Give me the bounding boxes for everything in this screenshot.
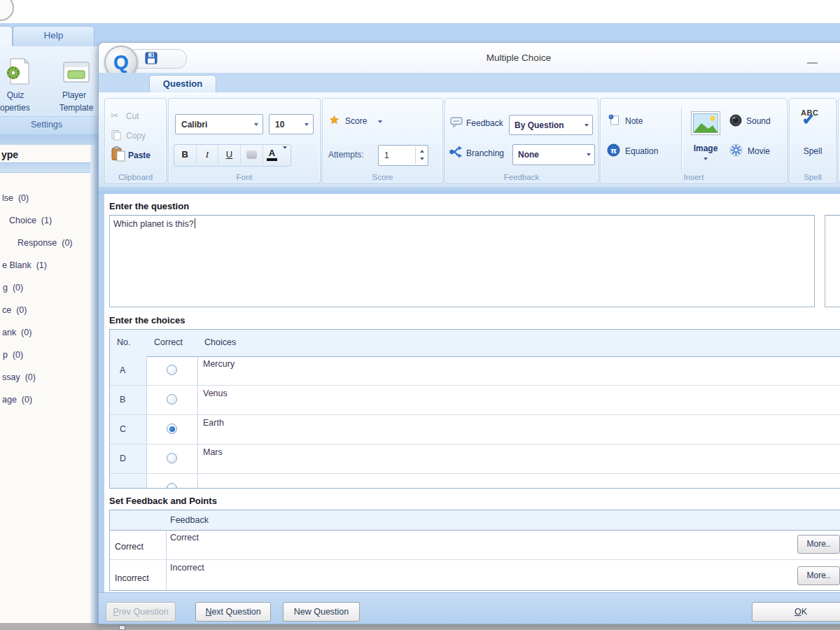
choice-text[interactable]: Venus [203, 388, 227, 398]
copy-label: Copy [126, 131, 146, 141]
font-color-dropdown-icon[interactable] [283, 146, 287, 149]
font-group-label: Font [169, 173, 320, 181]
image-dropdown-icon[interactable] [704, 158, 708, 160]
choice-text[interactable]: Mercury [203, 359, 234, 369]
app-orb-partial[interactable] [0, 0, 14, 21]
ok-button[interactable]: OK [752, 602, 840, 622]
highlight-button[interactable] [241, 145, 263, 164]
attempts-up-icon[interactable] [420, 150, 424, 153]
score-group-label: Score [323, 173, 442, 181]
score-dropdown-icon [378, 120, 382, 123]
highlight-icon [246, 150, 257, 159]
tab-help[interactable]: Help [13, 26, 94, 46]
question-type-item[interactable]: ank (0) [2, 328, 31, 337]
spell-group-label: Spell [790, 173, 836, 181]
choice-radio[interactable] [167, 394, 177, 405]
paste-icon [111, 146, 125, 162]
question-text-field[interactable]: Which planet is this? [109, 215, 815, 307]
feedback-mode-value: By Question [514, 120, 564, 130]
ribbon-group-feedback: Feedback By Question Branching None [444, 98, 598, 183]
equation-button[interactable]: π Equation [607, 144, 673, 159]
more-button[interactable]: More.. [797, 535, 840, 554]
score-dropdown-button[interactable]: ★ Score [329, 114, 399, 130]
choice-text[interactable]: Mars [203, 447, 223, 457]
spell-label: Spell [790, 146, 836, 156]
choice-radio[interactable] [167, 453, 177, 463]
dialog-footer: Prev Question Next Question New Question… [99, 592, 840, 624]
question-type-item[interactable]: lse (0) [2, 193, 29, 203]
new-question-button[interactable]: New Question [283, 602, 360, 622]
underline-button[interactable]: U [218, 145, 241, 164]
image-label: Image [687, 144, 724, 153]
cut-label: Cut [126, 111, 139, 121]
choice-text[interactable]: Earth [203, 418, 224, 428]
feedback-row-text[interactable]: Incorrect [170, 563, 204, 573]
question-type-item[interactable]: g (0) [3, 283, 23, 293]
copy-button[interactable]: Copy [111, 130, 160, 142]
question-type-item[interactable]: p (0) [3, 350, 23, 360]
branching-value: None [518, 150, 539, 160]
bold-button[interactable]: B [174, 145, 197, 164]
next-question-button[interactable]: Next Question [195, 602, 271, 622]
feedback-row-name: Correct [115, 542, 144, 552]
choice-radio[interactable] [167, 483, 177, 489]
sound-button[interactable]: Sound [729, 114, 784, 128]
italic-button[interactable]: I [197, 145, 219, 164]
choice-no-cell [110, 474, 147, 489]
choice-radio-selected[interactable] [167, 424, 177, 434]
note-icon [608, 114, 620, 126]
movie-button[interactable]: Movie [729, 144, 784, 159]
dialog-left-margin [99, 194, 104, 592]
font-family-value: Calibri [181, 120, 207, 130]
feedback-row-text[interactable]: Correct [170, 533, 199, 542]
choices-table: No. Correct Choices A Mercury B Venus [109, 329, 840, 489]
cut-button[interactable]: ✂ Cut [111, 110, 160, 122]
branching-button-label[interactable]: Branching [466, 148, 504, 158]
more-button[interactable]: More.. [797, 566, 840, 585]
question-type-item[interactable]: Response (0) [18, 238, 73, 248]
paste-button[interactable]: Paste [111, 146, 161, 164]
player-template-button[interactable]: Player Template [56, 56, 98, 115]
main-tab-partial[interactable] [0, 26, 13, 47]
font-size-dropdown-icon[interactable] [304, 123, 309, 126]
note-button[interactable]: Note [608, 114, 664, 128]
font-family-dropdown-icon[interactable] [254, 123, 258, 126]
prev-question-button[interactable]: Prev Question [106, 602, 176, 622]
choice-row: B Venus [110, 386, 840, 415]
attempts-spinner[interactable]: 1 [378, 145, 428, 166]
tab-question[interactable]: Question [149, 75, 216, 92]
question-type-item[interactable]: Choice (1) [9, 216, 52, 225]
font-family-combo[interactable]: Calibri [175, 114, 263, 134]
choice-row: C Earth [110, 415, 840, 444]
feedback-button-label[interactable]: Feedback [466, 118, 503, 128]
branching-combo[interactable]: None [512, 144, 595, 165]
quiz-properties-label-2: operties [0, 102, 45, 113]
image-button[interactable]: Image [687, 110, 724, 173]
clipboard-group-label: Clipboard [105, 173, 166, 181]
panel-separator-band [0, 162, 98, 173]
spell-button[interactable]: ABC ✔ Spell [790, 106, 836, 169]
screen: Help Quiz operties Player Template [0, 0, 840, 630]
movie-icon [729, 144, 743, 157]
font-color-button[interactable]: A [263, 145, 291, 164]
question-type-item[interactable]: age (0) [2, 395, 32, 405]
question-media-panel[interactable] [825, 215, 840, 307]
partial-checkbox[interactable] [119, 625, 125, 630]
quiz-properties-button[interactable]: Quiz operties [0, 56, 45, 115]
player-template-label-1: Player [57, 90, 91, 101]
minimize-icon[interactable] [807, 62, 818, 64]
feedback-row-name: Incorrect [115, 573, 149, 583]
save-icon[interactable] [145, 52, 158, 64]
image-icon [691, 111, 720, 135]
branching-icon [449, 145, 464, 159]
question-type-item[interactable]: ce (0) [2, 305, 27, 315]
feedback-mode-dropdown-icon[interactable] [584, 124, 589, 127]
attempts-down-icon[interactable] [420, 158, 424, 160]
branching-dropdown-icon[interactable] [587, 153, 591, 156]
question-type-item[interactable]: ssay (0) [2, 372, 36, 382]
choice-radio[interactable] [167, 365, 177, 375]
dialog-title-bar[interactable]: Q Multiple Choice [99, 43, 840, 73]
question-type-item[interactable]: e Blank (1) [2, 260, 47, 270]
feedback-mode-combo[interactable]: By Question [509, 115, 593, 135]
font-size-combo[interactable]: 10 [269, 114, 314, 134]
